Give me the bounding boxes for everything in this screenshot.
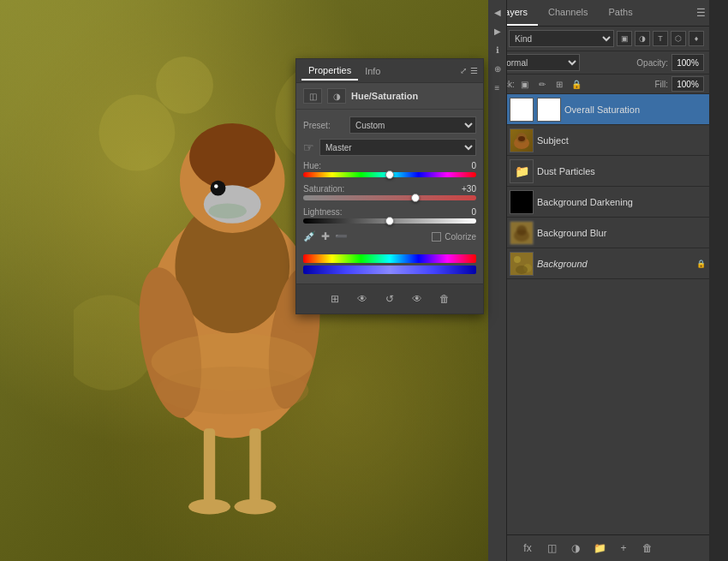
props-footer-delete-btn[interactable]: 🗑: [435, 289, 454, 308]
layer-item-dust-particles[interactable]: 👁 📁 Dust Particles: [489, 156, 709, 187]
eyedropper-minus-btn[interactable]: ➖: [335, 230, 348, 242]
svg-point-10: [208, 203, 247, 218]
collapse-btn[interactable]: ◀: [490, 4, 505, 20]
props-tab-properties[interactable]: Properties: [301, 62, 358, 81]
props-mode-btn[interactable]: ◑: [327, 88, 346, 104]
svg-point-12: [214, 184, 218, 188]
eyedropper-tools-row: 💉 ✚ ➖: [303, 230, 348, 242]
lock-all-btn[interactable]: 🔒: [570, 77, 583, 91]
eyedropper-btn[interactable]: 💉: [303, 230, 316, 242]
props-expand-btn[interactable]: ⤢: [460, 66, 467, 75]
lock-transparency-btn[interactable]: ▣: [518, 77, 532, 91]
layer-item-background-darkening[interactable]: 👁 Background Darkening: [489, 187, 709, 218]
filter-shape-btn[interactable]: ⬡: [671, 31, 686, 46]
footer-mask-btn[interactable]: ◫: [542, 539, 561, 558]
hue-label: Hue:: [303, 161, 321, 170]
svg-point-4: [156, 57, 213, 114]
saturation-value[interactable]: +30: [451, 184, 476, 194]
props-footer-clip-btn[interactable]: ⊞: [325, 289, 344, 308]
filter-smart-btn[interactable]: ♦: [689, 31, 704, 46]
props-footer-eye-btn[interactable]: 👁: [353, 289, 372, 308]
layer-item-background-blur[interactable]: 👁 Background Blur: [489, 218, 709, 248]
props-title: Hue/Saturation: [351, 91, 418, 101]
props-footer-reset-btn[interactable]: ↺: [380, 289, 399, 308]
opacity-value[interactable]: 100%: [671, 54, 704, 71]
lock-paint-btn[interactable]: ✏: [535, 77, 549, 91]
thumb-dust-particles: 📁: [510, 159, 534, 183]
lightness-section: Lightness: 0: [303, 207, 476, 224]
thumb-subject: [510, 128, 534, 152]
opacity-label: Opacity:: [636, 58, 668, 68]
footer-fx-btn[interactable]: fx: [518, 539, 537, 558]
footer-adjustment-btn[interactable]: ◑: [566, 539, 585, 558]
lightness-value[interactable]: 0: [451, 207, 476, 217]
channel-select[interactable]: Master: [319, 139, 476, 156]
layers-panel: Layers Channels Paths ☰ 🔍 Kind ▣ ◑ T ⬡ ♦…: [488, 0, 709, 561]
preset-select[interactable]: Custom: [349, 116, 476, 134]
filter-pixel-btn[interactable]: ▣: [617, 31, 632, 46]
lock-artboard-btn[interactable]: ⊞: [552, 77, 566, 91]
footer-delete-btn[interactable]: 🗑: [638, 539, 657, 558]
props-clip-btn[interactable]: ◫: [303, 88, 322, 104]
lightness-slider-track[interactable]: [303, 218, 476, 224]
panel-tabs: Layers Channels Paths: [489, 0, 692, 26]
tab-paths[interactable]: Paths: [599, 0, 643, 26]
panel-menu-button[interactable]: ☰: [692, 0, 709, 26]
eyedropper-plus-btn[interactable]: ✚: [321, 230, 330, 242]
folder-icon: 📁: [515, 164, 529, 178]
layer-name-subject: Subject: [537, 135, 706, 146]
filter-row: 🔍 Kind ▣ ◑ T ⬡ ♦: [489, 27, 709, 51]
layer-item-overall-saturation[interactable]: 👁 Overall Saturation: [489, 94, 709, 125]
svg-point-28: [514, 256, 521, 263]
layer-panel-footer: ⊞ fx ◫ ◑ 📁 + 🗑: [489, 534, 709, 561]
blend-mode-row: Normal Opacity: 100%: [489, 51, 709, 75]
hue-slider-track[interactable]: [303, 172, 476, 177]
svg-point-17: [188, 498, 230, 514]
hue-value[interactable]: 0: [451, 161, 476, 170]
colorize-checkbox[interactable]: [432, 232, 441, 242]
side-toolbar: ◀ ▶ ℹ ⊕ ≡: [488, 0, 507, 561]
svg-rect-16: [249, 428, 260, 504]
layer-name-background-blur: Background Blur: [537, 228, 706, 238]
layer-item-background[interactable]: 👁 Background 🔒: [489, 248, 709, 279]
saturation-slider-thumb[interactable]: [411, 194, 420, 202]
tab-channels[interactable]: Channels: [538, 0, 598, 26]
mask-overall-saturation: [537, 98, 561, 122]
filter-select[interactable]: Kind: [509, 30, 614, 47]
footer-folder-btn[interactable]: 📁: [590, 539, 609, 558]
preset-row: Preset: Custom: [303, 116, 476, 134]
saturation-slider-track[interactable]: [303, 195, 476, 200]
info-btn[interactable]: ℹ: [490, 42, 505, 57]
saturation-label: Saturation:: [303, 184, 344, 194]
hue-slider-thumb[interactable]: [385, 170, 394, 179]
fill-value[interactable]: 100%: [671, 76, 704, 92]
footer-new-layer-btn[interactable]: +: [614, 539, 633, 558]
blend-mode-select[interactable]: Normal: [494, 54, 580, 71]
filter-adjust-btn[interactable]: ◑: [635, 31, 650, 46]
props-body: Preset: Custom ☞ Master Hue: 0 Sat: [296, 110, 483, 283]
add-btn[interactable]: ⊕: [490, 61, 505, 76]
props-menu-btn[interactable]: ☰: [470, 66, 478, 75]
layer-item-subject[interactable]: 👁 Subject: [489, 125, 709, 156]
props-footer-view-btn[interactable]: 👁: [408, 289, 427, 308]
props-tab-info[interactable]: Info: [358, 63, 387, 80]
thumb-background-darkening: [510, 190, 534, 214]
filter-type-btn[interactable]: T: [653, 31, 668, 46]
svg-point-20: [156, 366, 308, 414]
layer-name-background: Background: [537, 259, 693, 269]
thumb-background-blur: [510, 221, 534, 245]
thumb-background: [510, 252, 534, 276]
color-strip-blue: [303, 266, 476, 274]
props-footer: ⊞ 👁 ↺ 👁 🗑: [296, 283, 483, 313]
lightness-label: Lightness:: [303, 207, 343, 217]
colorize-label: Colorize: [445, 232, 476, 242]
lightness-slider-thumb[interactable]: [385, 217, 394, 225]
expand-btn[interactable]: ▶: [490, 23, 505, 39]
svg-point-0: [98, 94, 175, 170]
channel-row: ☞ Master: [303, 139, 476, 156]
properties-panel-header: Properties Info ⤢ ☰: [296, 59, 483, 83]
list-btn[interactable]: ≡: [490, 80, 505, 95]
svg-point-26: [516, 225, 527, 236]
thumb-overall-saturation: [510, 98, 534, 122]
svg-point-30: [516, 266, 528, 274]
